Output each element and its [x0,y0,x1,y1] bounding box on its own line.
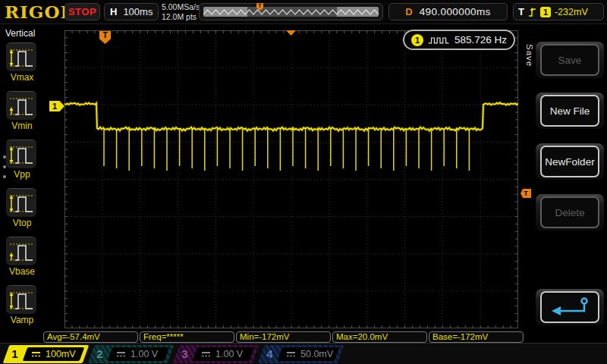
horizontal-timebase-box[interactable]: H 100ms [104,3,159,20]
run-status-badge: STOP [64,3,100,20]
measurement-avg: Avg=-57.4mV [43,331,138,343]
channel-3-status[interactable]: 3 1.00 V [173,345,259,363]
menu-slot: NewFolder [536,143,604,180]
trigger-info-box[interactable]: T 1 -232mV [513,3,604,20]
channel-2-status[interactable]: 2 1.00 V [88,345,175,363]
run-status-text: STOP [68,6,96,17]
channel-3-number: 3 [181,347,187,360]
measurement-base: Base=-172mV [429,331,524,343]
top-status-bar: RIGOL STOP H 100ms 5.00MSa/s 12.0M pts T… [0,0,607,24]
channel-status-bar: 1 100mV 2 1.00 V 3 1.00 V [0,343,607,364]
menu-tab-save: Save [525,44,534,67]
channel1-reference-marker[interactable]: 1 [49,101,64,111]
menu-slot: New File [536,93,604,129]
sidebar-item-label: Vpp [6,169,38,180]
vmax-icon [6,42,36,71]
frequency-counter-channel-badge: 1 [411,34,423,46]
trigger-level-value: -232mV [555,7,588,17]
measurement-max: Max=20.0mV [332,331,427,343]
delay-label: D [405,6,412,17]
sidebar-item-vtop[interactable]: Vtop [6,188,38,228]
vamp-icon [6,285,36,314]
channel-4-number: 4 [266,347,272,360]
channel-1-status[interactable]: 1 100mV [3,345,90,363]
sidebar-page-dots [3,149,6,185]
frequency-counter-value: 585.726 Hz [454,34,507,46]
overview-waveform-icon [203,7,379,17]
measurement-min: Min=-172mV [236,331,331,343]
menu-slot: Delete [536,194,604,231]
sidebar-item-label: Vmax [6,72,38,83]
channel-1-scale: 100mV [46,349,76,359]
square-wave-icon [428,35,450,46]
channel-3-scale: 1.00 V [215,349,243,359]
delay-box: D 490.000000ms [388,3,508,20]
menu-button-new-folder[interactable]: NewFolder [540,146,599,177]
horizontal-label: H [110,6,117,17]
menu-slot: Save [536,42,604,78]
delay-value: 490.000000ms [420,6,491,17]
dc-coupling-icon [116,351,126,357]
channel-2-scale: 1.00 V [131,349,158,359]
menu-button-save[interactable]: Save [540,44,599,76]
measure-sidebar: Vertical Vmax Vmin [0,24,43,343]
menu-button-back[interactable] [540,291,599,323]
sidebar-title: Vertical [5,28,35,39]
rigol-logo: RIGOL [5,2,74,22]
return-arrow-icon [548,296,592,318]
menu-button-new-file[interactable]: New File [540,95,599,127]
sidebar-item-label: Vbase [6,266,38,277]
channel-1-number: 1 [11,347,17,360]
sidebar-item-vmax[interactable]: Vmax [6,42,38,83]
sidebar-item-label: Vtop [6,218,38,228]
channel-4-scale: 50.0mV [300,349,333,359]
waveform-overview-band[interactable]: T [203,7,379,17]
sidebar-item-vmin[interactable]: Vmin [6,91,38,131]
channel-4-status[interactable]: 4 50.0mV [258,345,344,363]
trigger-level-marker[interactable]: T [521,189,531,198]
trigger-source-badge: 1 [540,7,551,17]
measurement-freq: Freq=***** [140,331,234,343]
vmin-icon [6,91,36,120]
sidebar-item-vbase[interactable]: Vbase [6,237,38,277]
sidebar-item-vpp[interactable]: Vpp [6,140,38,180]
vbase-icon [6,237,36,265]
sidebar-item-label: Vmin [6,121,38,131]
menu-slot [536,289,604,325]
sample-rate: 5.00MSa/s [162,2,200,12]
trigger-slope-rising-icon [528,7,536,17]
dc-coupling-icon [201,351,211,357]
dc-coupling-icon [31,351,41,357]
waveform-overview-bar[interactable]: T [199,3,383,20]
trigger-label: T [518,6,524,17]
timebase-value: 100ms [123,6,153,17]
channel-2-number: 2 [96,347,102,360]
vtop-icon [6,188,36,217]
acquisition-info: 5.00MSa/s 12.0M pts [162,2,200,21]
sidebar-item-vamp[interactable]: Vamp [6,285,38,325]
scope-grid-and-waveform [64,30,518,328]
vpp-icon [6,140,36,168]
menu-button-delete[interactable]: Delete [540,196,599,228]
sidebar-item-label: Vamp [6,315,38,325]
frequency-counter-badge: 1 585.726 Hz [403,30,515,50]
dc-coupling-icon [286,351,296,357]
memory-depth: 12.0M pts [162,12,200,22]
waveform-display-area [64,30,518,328]
